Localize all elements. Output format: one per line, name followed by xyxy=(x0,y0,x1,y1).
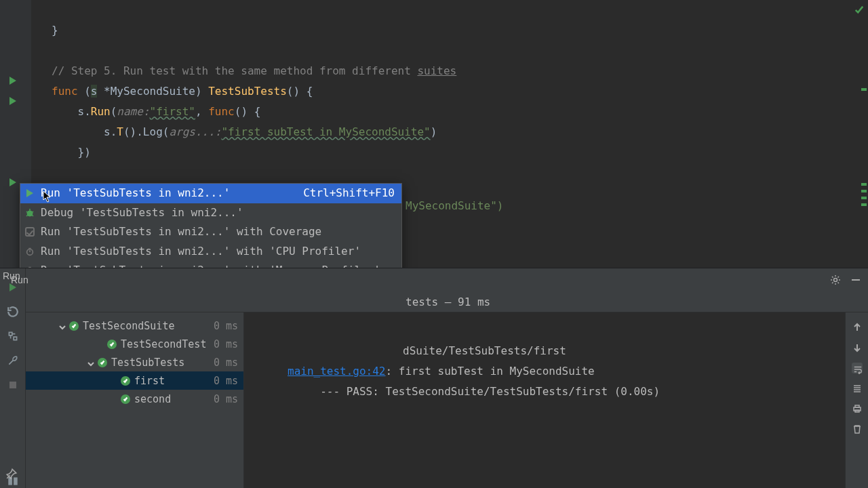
svg-rect-6 xyxy=(9,382,16,388)
mark-icon xyxy=(861,190,867,192)
editor-scroll-marks xyxy=(859,0,868,268)
test-status-bar: tests – 91 ms xyxy=(26,291,868,312)
svg-marker-5 xyxy=(43,191,50,202)
rerun-failed-icon[interactable] xyxy=(6,305,20,319)
minimize-icon[interactable] xyxy=(850,274,861,285)
run-gutter-icon[interactable] xyxy=(9,97,20,108)
ctx-label: Run 'TestSubTests in wni2...' with Cover… xyxy=(41,222,395,242)
bug-icon xyxy=(24,207,35,218)
rerun-icon[interactable] xyxy=(6,281,20,294)
tree-time: 0 ms xyxy=(214,338,238,350)
tree-time: 0 ms xyxy=(214,320,238,332)
test-console[interactable]: dSuite/TestSubTests/first main_test.go:4… xyxy=(244,312,845,488)
chevron-down-icon[interactable] xyxy=(87,359,95,367)
ctx-label: Run 'TestSubTests in wni2...' with 'CPU … xyxy=(41,242,395,262)
profiler-icon xyxy=(24,246,35,257)
tree-label: TestSecondSuite xyxy=(83,320,174,332)
run-tab-label[interactable]: Run xyxy=(3,270,20,281)
svg-rect-12 xyxy=(855,405,859,407)
svg-point-9 xyxy=(834,279,837,282)
inspection-ok-icon xyxy=(854,4,864,14)
toggle-auto-icon[interactable] xyxy=(6,329,20,343)
svg-rect-10 xyxy=(852,279,860,281)
tree-time: 0 ms xyxy=(214,357,238,369)
mark-icon xyxy=(861,183,867,186)
tree-time: 0 ms xyxy=(214,393,238,405)
pin-icon[interactable] xyxy=(5,468,19,481)
console-link[interactable]: main_test.go:42 xyxy=(288,365,386,378)
scroll-to-end-icon[interactable] xyxy=(852,383,863,394)
console-line: --- PASS: TestSecondSuite/TestSubTests/f… xyxy=(244,385,660,398)
coverage-icon xyxy=(24,226,35,237)
down-arrow-icon[interactable] xyxy=(852,342,863,353)
tree-label: TestSecondTest xyxy=(121,338,206,350)
mark-icon xyxy=(861,197,867,199)
console-line: : first subTest in MySecondSuite xyxy=(386,365,595,378)
ctx-item-run[interactable]: Run 'TestSubTests in wni2...' Ctrl+Shift… xyxy=(20,184,401,203)
pass-icon xyxy=(98,358,107,367)
trash-icon[interactable] xyxy=(852,424,863,434)
tree-label: TestSubTests xyxy=(111,357,184,369)
up-arrow-icon[interactable] xyxy=(852,322,863,333)
console-right-rail xyxy=(845,312,868,488)
pass-icon xyxy=(121,376,130,386)
ctx-item-debug[interactable]: Debug 'TestSubTests in wni2...' xyxy=(20,203,401,223)
ctx-item-cpu-profiler[interactable]: Run 'TestSubTests in wni2...' with 'CPU … xyxy=(20,242,401,262)
chevron-down-icon[interactable] xyxy=(58,322,66,330)
wrench-icon[interactable] xyxy=(6,354,20,367)
pass-icon xyxy=(69,321,79,331)
tree-row[interactable]: TestSecondSuite 0 ms xyxy=(26,317,243,335)
ctx-item-coverage[interactable]: Run 'TestSubTests in wni2...' with Cover… xyxy=(20,222,401,242)
code-peek: MySecondSuite") xyxy=(406,196,504,216)
mark-icon xyxy=(861,203,867,206)
console-line: dSuite/TestSubTests/first xyxy=(244,344,566,357)
tree-label: first xyxy=(134,375,165,387)
tree-label: second xyxy=(134,393,171,405)
pass-icon xyxy=(107,340,117,349)
tree-row[interactable]: TestSubTests 0 ms xyxy=(26,353,243,371)
stop-icon[interactable] xyxy=(6,378,20,392)
run-gutter-icon[interactable] xyxy=(9,77,20,87)
test-tree[interactable]: TestSecondSuite 0 ms TestSecondTest 0 ms… xyxy=(26,312,244,488)
test-status-text: tests – 91 ms xyxy=(406,296,490,308)
tree-row[interactable]: first 0 ms xyxy=(26,371,243,390)
run-gutter-icon[interactable] xyxy=(9,178,20,189)
mouse-cursor-icon xyxy=(43,190,52,203)
tool-left-rail xyxy=(0,268,26,488)
tool-body: Run tests – 91 ms TestSecondSuite xyxy=(26,268,868,488)
tree-row[interactable]: second 0 ms xyxy=(26,390,243,408)
ctx-label: Run 'TestSubTests in wni2...' xyxy=(41,184,298,203)
tree-row[interactable]: TestSecondTest 0 ms xyxy=(26,335,243,353)
soft-wrap-icon[interactable] xyxy=(852,363,863,373)
pass-icon xyxy=(121,394,130,404)
tree-time: 0 ms xyxy=(214,375,238,387)
run-tool-window: Run tests – 91 ms TestSecondSuite xyxy=(0,268,868,488)
settings-icon[interactable] xyxy=(830,274,841,285)
mark-icon xyxy=(861,88,867,91)
tool-header: Run xyxy=(26,268,868,291)
print-icon[interactable] xyxy=(852,403,863,414)
ctx-label: Debug 'TestSubTests in wni2...' xyxy=(41,203,395,223)
play-icon xyxy=(24,188,35,199)
tool-content: TestSecondSuite 0 ms TestSecondTest 0 ms… xyxy=(26,312,868,488)
ctx-shortcut: Ctrl+Shift+F10 xyxy=(303,184,395,203)
